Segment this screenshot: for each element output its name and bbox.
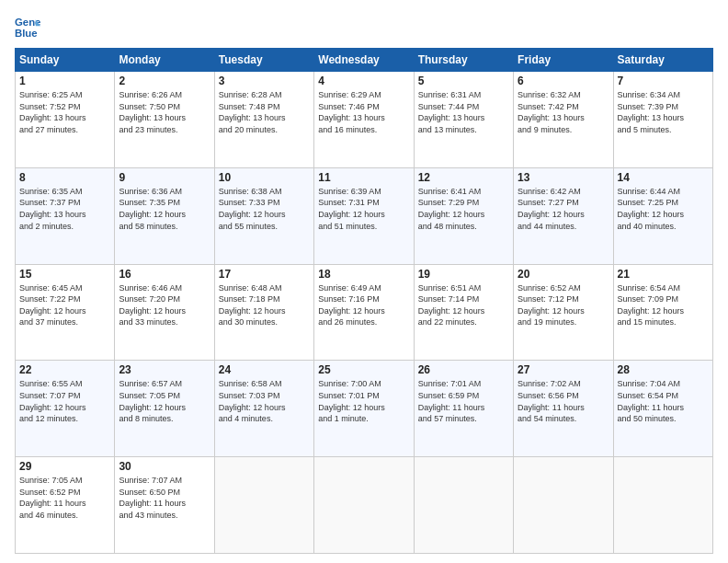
cell-info: Sunrise: 6:29 AMSunset: 7:46 PMDaylight:… bbox=[318, 89, 409, 135]
calendar-cell: 2Sunrise: 6:26 AMSunset: 7:50 PMDaylight… bbox=[115, 72, 214, 168]
calendar-cell: 25Sunrise: 7:00 AMSunset: 7:01 PMDayligh… bbox=[314, 361, 414, 457]
calendar-week-row: 22Sunrise: 6:55 AMSunset: 7:07 PMDayligh… bbox=[16, 361, 713, 457]
cell-info: Sunrise: 6:42 AMSunset: 7:27 PMDaylight:… bbox=[518, 186, 609, 232]
calendar-cell: 15Sunrise: 6:45 AMSunset: 7:22 PMDayligh… bbox=[16, 264, 115, 361]
day-number: 20 bbox=[518, 268, 609, 281]
calendar-cell: 5Sunrise: 6:31 AMSunset: 7:44 PMDaylight… bbox=[414, 72, 513, 168]
calendar-cell: 16Sunrise: 6:46 AMSunset: 7:20 PMDayligh… bbox=[115, 264, 214, 361]
day-number: 27 bbox=[518, 363, 609, 376]
weekday-header: Saturday bbox=[613, 49, 712, 72]
cell-info: Sunrise: 7:02 AMSunset: 6:56 PMDaylight:… bbox=[518, 378, 609, 424]
calendar-week-row: 29Sunrise: 7:05 AMSunset: 6:52 PMDayligh… bbox=[16, 457, 713, 554]
day-number: 22 bbox=[19, 363, 110, 376]
day-number: 10 bbox=[219, 171, 310, 184]
cell-info: Sunrise: 6:52 AMSunset: 7:12 PMDaylight:… bbox=[518, 282, 609, 328]
weekday-header: Tuesday bbox=[214, 49, 313, 72]
day-number: 6 bbox=[518, 75, 609, 87]
day-number: 14 bbox=[618, 171, 709, 184]
calendar-cell: 12Sunrise: 6:41 AMSunset: 7:29 PMDayligh… bbox=[414, 167, 513, 264]
cell-info: Sunrise: 6:34 AMSunset: 7:39 PMDaylight:… bbox=[618, 89, 709, 135]
day-number: 25 bbox=[318, 363, 409, 376]
cell-info: Sunrise: 6:28 AMSunset: 7:48 PMDaylight:… bbox=[219, 89, 310, 135]
calendar-cell: 20Sunrise: 6:52 AMSunset: 7:12 PMDayligh… bbox=[514, 264, 613, 361]
calendar-cell: 19Sunrise: 6:51 AMSunset: 7:14 PMDayligh… bbox=[414, 264, 513, 361]
day-number: 17 bbox=[219, 268, 310, 281]
day-number: 9 bbox=[119, 171, 210, 184]
day-number: 1 bbox=[19, 75, 110, 87]
cell-info: Sunrise: 6:46 AMSunset: 7:20 PMDaylight:… bbox=[119, 282, 210, 328]
calendar-cell: 10Sunrise: 6:38 AMSunset: 7:33 PMDayligh… bbox=[214, 167, 313, 264]
cell-info: Sunrise: 6:58 AMSunset: 7:03 PMDaylight:… bbox=[219, 378, 310, 424]
day-number: 2 bbox=[119, 75, 210, 87]
day-number: 16 bbox=[119, 268, 210, 281]
day-number: 26 bbox=[418, 363, 509, 376]
calendar-cell: 17Sunrise: 6:48 AMSunset: 7:18 PMDayligh… bbox=[214, 264, 313, 361]
calendar-cell: 6Sunrise: 6:32 AMSunset: 7:42 PMDaylight… bbox=[514, 72, 613, 168]
cell-info: Sunrise: 6:36 AMSunset: 7:35 PMDaylight:… bbox=[119, 186, 210, 232]
calendar-week-row: 15Sunrise: 6:45 AMSunset: 7:22 PMDayligh… bbox=[16, 264, 713, 361]
calendar-cell: 9Sunrise: 6:36 AMSunset: 7:35 PMDaylight… bbox=[115, 167, 214, 264]
calendar-cell: 30Sunrise: 7:07 AMSunset: 6:50 PMDayligh… bbox=[115, 457, 214, 554]
cell-info: Sunrise: 6:25 AMSunset: 7:52 PMDaylight:… bbox=[19, 89, 110, 135]
day-number: 29 bbox=[19, 460, 110, 473]
calendar-cell: 18Sunrise: 6:49 AMSunset: 7:16 PMDayligh… bbox=[314, 264, 414, 361]
day-number: 24 bbox=[219, 363, 310, 376]
day-number: 13 bbox=[518, 171, 609, 184]
logo-icon: General Blue bbox=[15, 15, 40, 40]
calendar-cell: 4Sunrise: 6:29 AMSunset: 7:46 PMDaylight… bbox=[314, 72, 414, 168]
calendar-cell: 29Sunrise: 7:05 AMSunset: 6:52 PMDayligh… bbox=[16, 457, 115, 554]
calendar-table: SundayMondayTuesdayWednesdayThursdayFrid… bbox=[15, 48, 713, 554]
cell-info: Sunrise: 6:26 AMSunset: 7:50 PMDaylight:… bbox=[119, 89, 210, 135]
day-number: 28 bbox=[618, 363, 709, 376]
calendar-week-row: 8Sunrise: 6:35 AMSunset: 7:37 PMDaylight… bbox=[16, 167, 713, 264]
day-number: 7 bbox=[618, 75, 709, 87]
cell-info: Sunrise: 7:01 AMSunset: 6:59 PMDaylight:… bbox=[418, 378, 509, 424]
day-number: 4 bbox=[318, 75, 409, 87]
header: General Blue bbox=[15, 15, 713, 40]
calendar-cell bbox=[613, 457, 712, 554]
calendar-cell: 11Sunrise: 6:39 AMSunset: 7:31 PMDayligh… bbox=[314, 167, 414, 264]
cell-info: Sunrise: 6:35 AMSunset: 7:37 PMDaylight:… bbox=[19, 186, 110, 232]
cell-info: Sunrise: 7:07 AMSunset: 6:50 PMDaylight:… bbox=[119, 475, 210, 521]
svg-text:Blue: Blue bbox=[15, 28, 38, 39]
calendar-cell: 21Sunrise: 6:54 AMSunset: 7:09 PMDayligh… bbox=[613, 264, 712, 361]
cell-info: Sunrise: 6:57 AMSunset: 7:05 PMDaylight:… bbox=[119, 378, 210, 424]
calendar-cell bbox=[214, 457, 313, 554]
weekday-header: Wednesday bbox=[314, 49, 414, 72]
cell-info: Sunrise: 6:39 AMSunset: 7:31 PMDaylight:… bbox=[318, 186, 409, 232]
weekday-header: Sunday bbox=[16, 49, 115, 72]
weekday-header: Monday bbox=[115, 49, 214, 72]
day-number: 11 bbox=[318, 171, 409, 184]
cell-info: Sunrise: 7:05 AMSunset: 6:52 PMDaylight:… bbox=[19, 475, 110, 521]
weekday-header: Friday bbox=[514, 49, 613, 72]
cell-info: Sunrise: 6:32 AMSunset: 7:42 PMDaylight:… bbox=[518, 89, 609, 135]
cell-info: Sunrise: 6:31 AMSunset: 7:44 PMDaylight:… bbox=[418, 89, 509, 135]
cell-info: Sunrise: 6:54 AMSunset: 7:09 PMDaylight:… bbox=[618, 282, 709, 328]
calendar-cell bbox=[314, 457, 414, 554]
calendar-cell bbox=[514, 457, 613, 554]
day-number: 18 bbox=[318, 268, 409, 281]
day-number: 12 bbox=[418, 171, 509, 184]
weekday-header: Thursday bbox=[414, 49, 513, 72]
day-number: 23 bbox=[119, 363, 210, 376]
calendar-cell: 22Sunrise: 6:55 AMSunset: 7:07 PMDayligh… bbox=[16, 361, 115, 457]
calendar-cell: 28Sunrise: 7:04 AMSunset: 6:54 PMDayligh… bbox=[613, 361, 712, 457]
day-number: 19 bbox=[418, 268, 509, 281]
cell-info: Sunrise: 6:44 AMSunset: 7:25 PMDaylight:… bbox=[618, 186, 709, 232]
calendar-week-row: 1Sunrise: 6:25 AMSunset: 7:52 PMDaylight… bbox=[16, 72, 713, 168]
calendar-cell: 7Sunrise: 6:34 AMSunset: 7:39 PMDaylight… bbox=[613, 72, 712, 168]
calendar-cell: 26Sunrise: 7:01 AMSunset: 6:59 PMDayligh… bbox=[414, 361, 513, 457]
cell-info: Sunrise: 6:51 AMSunset: 7:14 PMDaylight:… bbox=[418, 282, 509, 328]
calendar-cell: 8Sunrise: 6:35 AMSunset: 7:37 PMDaylight… bbox=[16, 167, 115, 264]
cell-info: Sunrise: 6:38 AMSunset: 7:33 PMDaylight:… bbox=[219, 186, 310, 232]
calendar-cell: 14Sunrise: 6:44 AMSunset: 7:25 PMDayligh… bbox=[613, 167, 712, 264]
day-number: 8 bbox=[19, 171, 110, 184]
calendar-cell: 23Sunrise: 6:57 AMSunset: 7:05 PMDayligh… bbox=[115, 361, 214, 457]
calendar-cell: 27Sunrise: 7:02 AMSunset: 6:56 PMDayligh… bbox=[514, 361, 613, 457]
logo: General Blue bbox=[15, 15, 40, 40]
cell-info: Sunrise: 6:41 AMSunset: 7:29 PMDaylight:… bbox=[418, 186, 509, 232]
calendar-header-row: SundayMondayTuesdayWednesdayThursdayFrid… bbox=[16, 49, 713, 72]
day-number: 5 bbox=[418, 75, 509, 87]
day-number: 30 bbox=[119, 460, 210, 473]
calendar-cell: 13Sunrise: 6:42 AMSunset: 7:27 PMDayligh… bbox=[514, 167, 613, 264]
